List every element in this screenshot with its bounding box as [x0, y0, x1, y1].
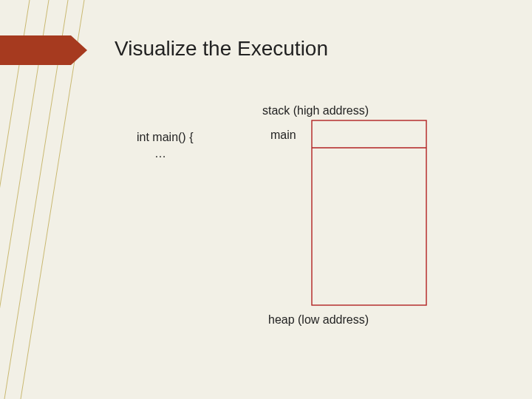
slide-title: Visualize the Execution — [115, 37, 328, 61]
slide: Visualize the Execution int main() { … s… — [0, 0, 532, 399]
stack-bottom-label: heap (low address) — [268, 313, 369, 327]
code-block: int main() { … — [137, 129, 193, 161]
stack-frame-label: main — [270, 129, 296, 142]
stack-diagram: main — [260, 118, 430, 307]
code-line-1: int main() { — [137, 129, 193, 146]
stack-top-label: stack (high address) — [262, 104, 369, 117]
code-line-2: … — [137, 146, 193, 162]
title-arrow-icon — [0, 35, 90, 66]
svg-marker-4 — [0, 35, 87, 65]
